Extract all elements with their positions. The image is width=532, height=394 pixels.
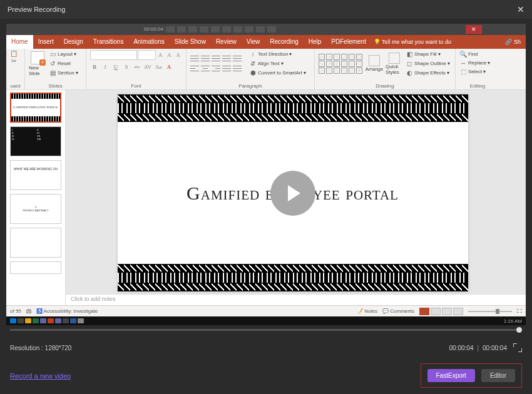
numbering-icon[interactable] bbox=[201, 55, 210, 63]
replace-button[interactable]: ↔Replace ▾ bbox=[459, 59, 496, 68]
taskbar-app[interactable] bbox=[55, 318, 61, 323]
select-button[interactable]: ⬚Select ▾ bbox=[459, 68, 496, 76]
language-icon: 🖄 bbox=[26, 308, 31, 314]
taskbar-app[interactable] bbox=[40, 318, 46, 323]
strikethrough-button[interactable]: S bbox=[122, 63, 131, 71]
group-drawing: ▭▱○△⬠⬡ ↘↗{}☆⬭ ◇⬯⬯⬯⬯▾ Arrange Quick Style… bbox=[315, 49, 456, 89]
decrease-font-icon[interactable]: A bbox=[165, 51, 173, 59]
align-text-button[interactable]: ⇵Align Text ▾ bbox=[249, 59, 306, 68]
tab-pdfelement[interactable]: PDFelement bbox=[326, 35, 371, 49]
recorder-close-icon[interactable]: ✕ bbox=[466, 25, 482, 34]
tell-me-input[interactable]: Tell me what you want to do bbox=[382, 39, 451, 45]
shape-fill-button[interactable]: ◧Shape Fill ▾ bbox=[406, 50, 450, 59]
quick-styles-button[interactable]: Quick Styles bbox=[386, 53, 403, 75]
taskbar-app[interactable] bbox=[33, 318, 39, 323]
outline-icon: ◻ bbox=[406, 60, 413, 68]
qa-icon bbox=[211, 26, 220, 33]
qa-icon bbox=[233, 26, 242, 33]
line-spacing-icon[interactable] bbox=[233, 55, 242, 63]
notes-toggle[interactable]: 📝 Notes bbox=[357, 308, 377, 314]
accessibility-status[interactable]: ♿ Accessibility: Investigate bbox=[36, 308, 98, 314]
justify-icon[interactable] bbox=[222, 65, 231, 73]
preview-titlebar: Preview Recording ✕ bbox=[0, 0, 532, 19]
share-button[interactable]: 🔗 Sh bbox=[500, 39, 526, 45]
find-button[interactable]: 🔍Find bbox=[459, 50, 496, 59]
arrange-button[interactable]: Arrange bbox=[366, 55, 383, 72]
group-label-clipboard: oard bbox=[6, 83, 24, 89]
text-direction-button[interactable]: ↕Text Direction ▾ bbox=[249, 50, 306, 59]
slide-thumbnails[interactable]: GAMIFIED EMPLOYEE PORTAL IIIIIIIVVVIVIIV… bbox=[6, 90, 66, 306]
layout-button[interactable]: ▭Layout ▾ bbox=[49, 50, 78, 59]
timeline-slider[interactable] bbox=[10, 329, 522, 331]
indent-inc-icon[interactable] bbox=[222, 55, 231, 63]
thumb-1[interactable]: GAMIFIED EMPLOYEE PORTAL bbox=[10, 93, 61, 123]
thumb-3[interactable]: WHAT WE ARE WORKING ON bbox=[10, 160, 61, 190]
taskbar-clock: 1:16 AM bbox=[504, 318, 522, 324]
taskbar-app[interactable] bbox=[48, 318, 54, 323]
font-color-button[interactable]: A bbox=[165, 63, 173, 71]
case-button[interactable]: Aa bbox=[154, 63, 163, 71]
tab-design[interactable]: Design bbox=[59, 35, 88, 49]
shape-effects-button[interactable]: ◐Shape Effects ▾ bbox=[406, 69, 450, 78]
close-icon[interactable]: ✕ bbox=[517, 4, 524, 14]
paste-icon[interactable]: 📋 bbox=[10, 50, 18, 58]
fit-icon[interactable]: ⛶ bbox=[517, 308, 522, 314]
slideshow-view-icon[interactable] bbox=[453, 308, 463, 315]
taskbar-app[interactable] bbox=[70, 318, 76, 323]
new-slide-button[interactable]: New Slide bbox=[29, 51, 46, 76]
tab-insert[interactable]: Insert bbox=[33, 35, 59, 49]
fastexport-button[interactable]: FastExport bbox=[427, 369, 475, 382]
thumb-2[interactable]: IIIIIIIVVVIVIIVIII bbox=[10, 126, 61, 156]
notes-pane[interactable]: Click to add notes bbox=[66, 294, 526, 305]
play-icon[interactable] bbox=[270, 171, 315, 216]
section-icon: ▤ bbox=[49, 69, 56, 77]
taskbar-app[interactable] bbox=[10, 318, 16, 323]
thumb-5[interactable] bbox=[10, 228, 61, 258]
align-center-icon[interactable] bbox=[201, 65, 210, 73]
record-new-link[interactable]: Record a new video bbox=[10, 372, 71, 380]
taskbar-app[interactable] bbox=[25, 318, 31, 323]
columns-icon[interactable] bbox=[233, 65, 242, 73]
tab-help[interactable]: Help bbox=[304, 35, 327, 49]
shape-outline-button[interactable]: ◻Shape Outline ▾ bbox=[406, 59, 450, 68]
indent-dec-icon[interactable] bbox=[212, 55, 220, 63]
spacing-button[interactable]: AV bbox=[143, 63, 152, 71]
taskbar-app[interactable] bbox=[18, 318, 24, 323]
tab-home[interactable]: Home bbox=[6, 35, 33, 49]
comments-toggle[interactable]: 💬 Comments bbox=[382, 308, 414, 314]
tab-slideshow[interactable]: Slide Show bbox=[170, 35, 211, 49]
normal-view-icon[interactable] bbox=[419, 308, 429, 315]
bold-button[interactable]: B bbox=[90, 63, 99, 71]
thumb-4[interactable]: I PROJECT ABSTRACT bbox=[10, 194, 61, 224]
slide-area: ↖ Gamified employee portal Click to add … bbox=[66, 90, 526, 306]
section-button[interactable]: ▤Section ▾ bbox=[49, 69, 78, 78]
cut-icon[interactable]: ✂ bbox=[10, 58, 18, 65]
tab-recording[interactable]: Recording bbox=[265, 35, 304, 49]
zoom-slider[interactable] bbox=[468, 311, 512, 312]
italic-button[interactable]: I bbox=[101, 63, 110, 71]
align-left-icon[interactable] bbox=[190, 65, 199, 73]
increase-font-icon[interactable]: A bbox=[156, 51, 165, 59]
reading-view-icon[interactable] bbox=[442, 308, 452, 315]
bullets-icon[interactable] bbox=[190, 55, 199, 63]
reset-button[interactable]: ↺Reset bbox=[49, 59, 78, 68]
clear-format-icon[interactable]: A bbox=[174, 51, 182, 59]
slide-canvas[interactable]: Gamified employee portal bbox=[118, 94, 468, 291]
sorter-view-icon[interactable] bbox=[431, 308, 441, 315]
align-right-icon[interactable] bbox=[212, 65, 220, 73]
taskbar-app[interactable] bbox=[78, 318, 84, 323]
tab-animations[interactable]: Animations bbox=[128, 35, 169, 49]
fullscreen-icon[interactable] bbox=[513, 343, 522, 352]
group-paragraph: ↕Text Direction ▾ ⇵Align Text ▾ ⬢Convert… bbox=[187, 49, 315, 89]
shapes-gallery[interactable]: ▭▱○△⬠⬡ ↘↗{}☆⬭ ◇⬯⬯⬯⬯▾ bbox=[319, 54, 363, 74]
tab-review[interactable]: Review bbox=[211, 35, 242, 49]
taskbar-app[interactable] bbox=[63, 318, 69, 323]
shadow-button[interactable]: abc bbox=[133, 63, 141, 71]
thumb-6[interactable] bbox=[10, 261, 61, 274]
reset-icon: ↺ bbox=[49, 60, 56, 68]
underline-button[interactable]: U bbox=[111, 63, 120, 71]
tab-transitions[interactable]: Transitions bbox=[88, 35, 129, 49]
editor-button[interactable]: Editor bbox=[481, 369, 515, 382]
smartart-button[interactable]: ⬢Convert to SmartArt ▾ bbox=[249, 69, 306, 78]
tab-view[interactable]: View bbox=[242, 35, 265, 49]
